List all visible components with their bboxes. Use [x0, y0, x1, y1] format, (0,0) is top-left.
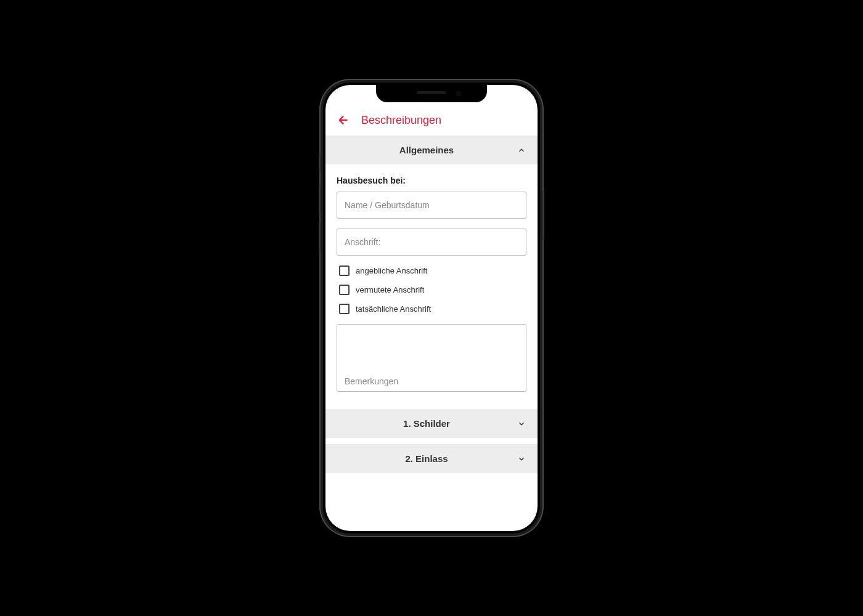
- volume-up-button: [319, 185, 321, 214]
- section-allgemeines-header[interactable]: Allgemeines: [325, 136, 538, 164]
- section-allgemeines-body: Hausbesuch bei: angebliche Anschrift: [325, 164, 538, 403]
- checkbox-label: vermutete Anschrift: [356, 285, 424, 294]
- back-button[interactable]: [337, 113, 350, 127]
- checkbox-actual-address[interactable]: tatsächliche Anschrift: [339, 304, 526, 314]
- checkbox-alleged-address[interactable]: angebliche Anschrift: [339, 265, 526, 276]
- visit-label: Hausbesuch bei:: [337, 176, 526, 185]
- checkbox-icon: [339, 265, 350, 276]
- checkbox-icon: [339, 304, 350, 314]
- chevron-down-icon: [517, 454, 526, 464]
- chevron-up-icon: [517, 145, 526, 155]
- section-title: 1. Schilder: [337, 418, 517, 429]
- section-einlass-header[interactable]: 2. Einlass: [325, 444, 538, 473]
- checkbox-label: tatsächliche Anschrift: [356, 304, 431, 314]
- volume-down-button: [319, 222, 321, 251]
- remarks-textarea[interactable]: Bemerkungen: [337, 324, 526, 392]
- phone-bezel: Beschreibungen Allgemeines: [323, 83, 540, 533]
- checkbox-icon: [339, 285, 350, 295]
- app-content: Beschreibungen Allgemeines: [325, 85, 538, 531]
- phone-notch: [376, 85, 487, 102]
- remarks-placeholder: Bemerkungen: [345, 376, 398, 386]
- section-title: 2. Einlass: [337, 453, 517, 464]
- section-divider: [325, 438, 538, 444]
- name-birthdate-input[interactable]: [337, 192, 526, 219]
- power-button: [542, 191, 544, 240]
- phone-screen: Beschreibungen Allgemeines: [325, 85, 538, 531]
- address-type-group: angebliche Anschrift vermutete Anschrift…: [337, 265, 526, 314]
- address-input[interactable]: [337, 229, 526, 256]
- arrow-left-icon: [337, 113, 350, 127]
- page-title: Beschreibungen: [361, 114, 441, 127]
- section-schilder-header[interactable]: 1. Schilder: [325, 409, 538, 438]
- checkbox-suspected-address[interactable]: vermutete Anschrift: [339, 285, 526, 295]
- phone-frame: Beschreibungen Allgemeines: [321, 80, 542, 536]
- mute-switch: [319, 154, 321, 171]
- section-divider: [325, 403, 538, 409]
- app-header: Beschreibungen: [325, 105, 538, 136]
- section-title: Allgemeines: [337, 145, 517, 155]
- chevron-down-icon: [517, 419, 526, 429]
- scroll-area[interactable]: Allgemeines Hausbesuch bei:: [325, 136, 538, 531]
- checkbox-label: angebliche Anschrift: [356, 266, 427, 275]
